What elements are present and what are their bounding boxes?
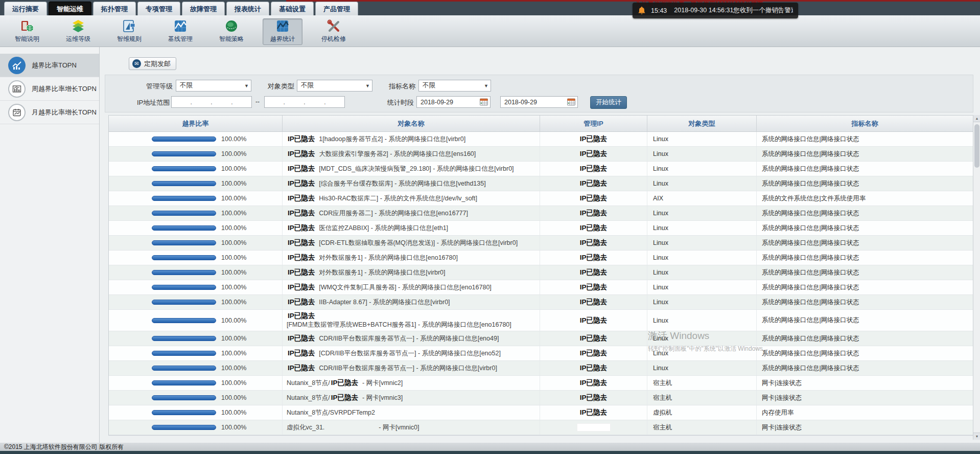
toolbar-item-baseline[interactable]: 基线管理 bbox=[160, 18, 200, 45]
toolbar-item-label: 停机检修 bbox=[321, 35, 346, 43]
toolbar-item-label: 智能策略 bbox=[219, 35, 244, 43]
top-menu-tab-label: 运行摘要 bbox=[12, 5, 39, 13]
column-header-object-type[interactable]: 对象类型 bbox=[647, 116, 757, 131]
top-menu-tab-label: 基础设置 bbox=[279, 5, 306, 13]
sidebar-item-topn-monthly[interactable]: 月越界比率增长TOPN bbox=[0, 101, 99, 124]
object-type-cell: Linux bbox=[647, 295, 757, 309]
sidebar-item-topn-rate[interactable]: 越界比率TOPN bbox=[0, 54, 99, 77]
mgmt-ip-cell: IP已隐去 bbox=[540, 391, 647, 405]
table-row[interactable]: 100.00% IP已隐去 医信监控ZABBIX] - 系统的网络接口信息[et… bbox=[109, 221, 973, 236]
boundary-chart-icon bbox=[275, 19, 290, 33]
ip-range-start-input[interactable]: ... bbox=[171, 96, 252, 108]
scroll-down-arrow[interactable]: ▼ bbox=[973, 433, 980, 440]
table-row[interactable]: 100.00% IP已隐去 CDR/IIB平台数据库服务器节点一] - 系统的网… bbox=[109, 331, 973, 346]
top-menu-tab[interactable]: 报表统计 bbox=[226, 2, 269, 15]
rate-value: 100.00% bbox=[221, 224, 246, 232]
mgmt-ip-value: IP已隐去 bbox=[580, 238, 607, 247]
top-menu-tab[interactable]: 故障管理 bbox=[182, 2, 225, 15]
object-name-prefix: Nutanix_8节点/SVRPDFTemp2 bbox=[287, 408, 375, 417]
column-header-mgmt-ip[interactable]: 管理IP bbox=[540, 116, 647, 131]
sidebar-item-topn-weekly[interactable]: 周越界比率增长TOPN bbox=[0, 77, 99, 101]
toolbar-item-boundary-stats[interactable]: 越界统计 bbox=[263, 18, 302, 45]
toolbar-item-smart-policy[interactable]: 智能策略 bbox=[212, 18, 251, 45]
table-row[interactable]: 100.00% IP已隐去 His30-RAC数据库二] - 系统的文件系统信息… bbox=[109, 191, 973, 206]
table-row[interactable]: 100.00% Nutanix_8节点/ IP已隐去 - 网卡[vmnic3] … bbox=[109, 391, 973, 405]
rate-bar bbox=[152, 211, 216, 216]
rate-bar bbox=[152, 196, 216, 201]
toolbar-item-ops-level[interactable]: 运维等级 bbox=[58, 18, 98, 45]
vertical-scrollbar[interactable]: ▲ ▼ bbox=[973, 115, 980, 440]
periodic-mail-button[interactable]: ✉ 定期发邮 bbox=[129, 57, 176, 70]
topn-table: 越界比率 对象名称 管理IP 对象类型 指标名称 100.00% IP已隐去 1… bbox=[108, 115, 973, 436]
start-statistics-button[interactable]: 开始统计 bbox=[590, 96, 627, 109]
top-menu-tab[interactable]: 基础设置 bbox=[271, 2, 314, 15]
rate-cell: 100.00% bbox=[109, 176, 283, 191]
table-body: 100.00% IP已隐去 1[hadoop服务器节点2] - 系统的网络接口信… bbox=[109, 132, 973, 435]
redacted-ip-label: IP已隐去 bbox=[288, 209, 315, 218]
table-row[interactable]: 100.00% IP已隐去 [FMDM主数据管理系统WEB+BATCH服务器1]… bbox=[109, 310, 973, 331]
rate-cell: 100.00% bbox=[109, 346, 283, 360]
table-row[interactable]: 100.00% IP已隐去 IIB-Adapter 8.67] - 系统的网络接… bbox=[109, 295, 973, 310]
scrollbar-thumb[interactable] bbox=[974, 124, 979, 168]
date-from-input[interactable]: 2018-09-29 bbox=[416, 96, 491, 108]
table-row[interactable]: 100.00% Nutanix_8节点/ IP已隐去 - 网卡[vmnic2] … bbox=[109, 376, 973, 391]
object-name-cell: IP已隐去 [CDR-ETL数据抽取服务器(MQ消息发送)] - 系统的网络接口… bbox=[283, 236, 540, 250]
metric-name-select[interactable]: 不限▼ bbox=[418, 80, 491, 92]
date-to-input[interactable]: 2018-09-29 bbox=[500, 96, 578, 108]
rate-bar bbox=[152, 425, 216, 430]
mgmt-ip-cell: IP已隐去 bbox=[540, 376, 647, 390]
table-row[interactable]: 100.00% 虚拟化vc_31. - 网卡[vmnic0] 宿主机 网卡|连接… bbox=[109, 420, 973, 435]
top-menu-tab[interactable]: 智能运维 bbox=[49, 2, 91, 15]
table-row[interactable]: 100.00% IP已隐去 对外数据服务1] - 系统的网络接口信息[virbr… bbox=[109, 265, 973, 280]
table-row[interactable]: 100.00% IP已隐去 [WMQ文件复制工具服务器] - 系统的网络接口信息… bbox=[109, 280, 973, 295]
column-header-metric-name[interactable]: 指标名称 bbox=[757, 116, 973, 131]
object-type-cell: 宿主机 bbox=[647, 420, 757, 435]
toolbar-item-smart-guide[interactable]: 智能说明 bbox=[7, 18, 47, 45]
notification-toast[interactable]: 15:43 2018-09-30 14:56:31您收到一个撤销告警通知... bbox=[633, 3, 798, 18]
object-name-text: 医信监控ZABBIX] - 系统的网络接口信息[eth1] bbox=[319, 224, 448, 233]
metric-name-cell: 系统的网络接口信息|网络接口状态 bbox=[757, 162, 973, 176]
rate-value: 100.00% bbox=[221, 210, 246, 217]
object-name-prefix: 虚拟化vc_31. bbox=[287, 423, 324, 432]
table-row[interactable]: 100.00% IP已隐去 1[hadoop服务器节点2] - 系统的网络接口信… bbox=[109, 132, 973, 147]
obj-type-select[interactable]: 不限▼ bbox=[297, 80, 372, 92]
rate-cell: 100.00% bbox=[109, 251, 283, 265]
scroll-up-arrow[interactable]: ▲ bbox=[973, 115, 980, 122]
toolbar-item-shutdown-maintenance[interactable]: 停机检修 bbox=[314, 18, 354, 45]
table-row[interactable]: 100.00% IP已隐去 CDR应用服务器二] - 系统的网络接口信息[eno… bbox=[109, 206, 973, 221]
top-menu-tab[interactable]: 专项管理 bbox=[137, 2, 180, 15]
redacted-ip-label: IP已隐去 bbox=[331, 378, 358, 388]
top-menu-tab[interactable]: 拓扑管理 bbox=[93, 2, 136, 15]
mgmt-level-select[interactable]: 不限▼ bbox=[176, 80, 251, 92]
mgmt-ip-value: IP已隐去 bbox=[580, 364, 607, 373]
redacted-ip-label: IP已隐去 bbox=[288, 179, 315, 188]
column-header-rate[interactable]: 越界比率 bbox=[109, 116, 283, 131]
metric-name-cell: 系统的网络接口信息|网络接口状态 bbox=[757, 280, 973, 294]
rate-value: 100.00% bbox=[221, 299, 246, 306]
period-label: 统计时段 bbox=[387, 98, 414, 107]
table-row[interactable]: 100.00% IP已隐去 [CDR-ETL数据抽取服务器(MQ消息发送)] -… bbox=[109, 236, 973, 251]
table-row[interactable]: 100.00% IP已隐去 [MDT_CDS_临床决策慢病预警_29.180] … bbox=[109, 162, 973, 176]
table-row[interactable]: 100.00% IP已隐去 [综合服务平台缓存数据库] - 系统的网络接口信息[… bbox=[109, 176, 973, 191]
rate-value: 100.00% bbox=[221, 409, 246, 416]
redacted-ip-label: IP已隐去 bbox=[288, 334, 315, 343]
table-row[interactable]: 100.00% Nutanix_8节点/SVRPDFTemp2 IP已隐去 虚拟… bbox=[109, 405, 973, 420]
table-row[interactable]: 100.00% IP已隐去 [CDR/IIB平台数据库服务器节点一] - 系统的… bbox=[109, 346, 973, 361]
column-header-object-name[interactable]: 对象名称 bbox=[283, 116, 540, 131]
table-row[interactable]: 100.00% IP已隐去 对外数据服务1] - 系统的网络接口信息[eno16… bbox=[109, 251, 973, 265]
table-row[interactable]: 100.00% IP已隐去 大数据搜索引擎服务器2] - 系统的网络接口信息[e… bbox=[109, 147, 973, 162]
calendar-icon[interactable] bbox=[480, 98, 488, 106]
calendar-icon[interactable] bbox=[567, 98, 575, 106]
object-name-text: - 网卡[vmnic2] bbox=[362, 379, 403, 388]
ip-range-end-input[interactable]: ... bbox=[264, 96, 345, 108]
top-menu-tab[interactable]: 运行摘要 bbox=[4, 2, 47, 15]
toolbar-item-label: 智维规则 bbox=[117, 35, 142, 43]
redacted-ip-label: IP已隐去 bbox=[288, 164, 315, 173]
toolbar-item-smart-rules[interactable]: 智维规则 bbox=[109, 18, 149, 45]
mgmt-ip-cell: IP已隐去 bbox=[540, 191, 647, 206]
top-menu-tab[interactable]: 产品管理 bbox=[315, 2, 358, 15]
rate-cell: 100.00% bbox=[109, 221, 283, 235]
table-row[interactable]: 100.00% IP已隐去 CDR/IIB平台数据库服务器节点一] - 系统的网… bbox=[109, 361, 973, 376]
object-type-cell: Linux bbox=[647, 147, 757, 161]
ip-dot: . bbox=[211, 99, 212, 106]
